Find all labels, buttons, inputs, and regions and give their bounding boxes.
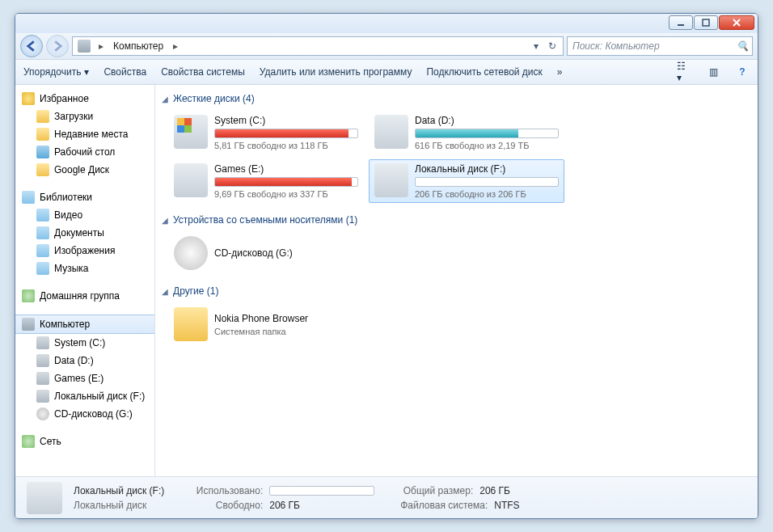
drive-icon	[36, 372, 49, 385]
maximize-button[interactable]	[694, 15, 718, 30]
folder-icon	[36, 110, 49, 123]
drive-icon	[36, 354, 49, 367]
drive-free: 9,69 ГБ свободно из 337 ГБ	[214, 189, 358, 199]
star-icon	[22, 92, 35, 105]
status-used-bar	[269, 486, 374, 496]
refresh-icon[interactable]: ↻	[545, 39, 560, 53]
drive-f[interactable]: Локальный диск (F:) 206 ГБ свободно из 2…	[369, 159, 564, 203]
view-options-icon[interactable]: ☷ ▾	[677, 65, 691, 79]
organize-menu[interactable]: Упорядочить ▾	[23, 66, 89, 78]
collapse-icon: ◢	[162, 95, 168, 103]
section-other[interactable]: ◢Другие (1)	[162, 285, 750, 297]
drive-d[interactable]: Data (D:) 616 ГБ свободно из 2,19 ТБ	[369, 111, 564, 154]
drive-free: 206 ГБ свободно из 206 ГБ	[415, 189, 559, 199]
sidebar-homegroup[interactable]: Домашняя группа	[15, 287, 154, 305]
sidebar-item-drive-e[interactable]: Games (E:)	[15, 369, 154, 387]
cd-icon	[36, 407, 49, 420]
minimize-button[interactable]	[669, 15, 693, 30]
network-icon	[22, 435, 35, 448]
sidebar-computer[interactable]: Компьютер	[15, 315, 154, 334]
homegroup-icon	[22, 289, 35, 302]
system-properties-button[interactable]: Свойства системы	[161, 66, 245, 78]
crumb-computer[interactable]: Компьютер	[108, 40, 168, 52]
library-icon	[22, 191, 35, 204]
drive-icon	[174, 115, 208, 149]
search-icon[interactable]: 🔍	[737, 40, 749, 52]
status-total-value: 206 ГБ	[479, 485, 510, 496]
status-total-label: Общий размер:	[400, 485, 473, 496]
pictures-icon	[36, 244, 49, 257]
address-dropdown-icon[interactable]: ▾	[529, 39, 543, 53]
drive-icon	[27, 482, 62, 514]
drive-free: 616 ГБ свободно из 2,19 ТБ	[415, 141, 559, 150]
status-title: Локальный диск (F:)	[74, 485, 164, 496]
drive-name: Локальный диск (F:)	[415, 163, 559, 175]
sidebar-item-documents[interactable]: Документы	[15, 224, 154, 242]
status-free-value: 206 ГБ	[269, 500, 300, 511]
sidebar-item-drive-f[interactable]: Локальный диск (F:)	[15, 387, 154, 405]
drive-c[interactable]: System (C:) 5,81 ГБ свободно из 118 ГБ	[168, 111, 364, 154]
drive-free: 5,81 ГБ свободно из 118 ГБ	[214, 141, 358, 150]
sidebar-libraries[interactable]: Библиотеки	[15, 188, 154, 206]
drive-name: System (C:)	[214, 115, 358, 126]
sidebar-network[interactable]: Сеть	[15, 433, 154, 450]
crumb-sep: ▸	[94, 40, 108, 52]
section-hdd[interactable]: ◢Жесткие диски (4)	[162, 93, 750, 104]
collapse-icon: ◢	[162, 216, 168, 225]
search-input[interactable]: Поиск: Компьютер 🔍	[567, 36, 753, 56]
address-bar[interactable]: ▸ Компьютер ▸ ▾ ↻	[72, 36, 564, 56]
sidebar-item-gdrive[interactable]: Google Диск	[15, 161, 154, 179]
chevron-down-icon: ▾	[84, 66, 89, 78]
folder-icon	[36, 163, 49, 176]
cd-icon	[174, 236, 208, 270]
folder-icon	[174, 307, 208, 341]
sidebar-item-downloads[interactable]: Загрузки	[15, 108, 154, 125]
crumb-sep: ▸	[168, 40, 183, 52]
drive-g[interactable]: CD-дисковод (G:)	[168, 232, 364, 274]
nav-row: ▸ Компьютер ▸ ▾ ↻ Поиск: Компьютер 🔍	[15, 33, 758, 59]
item-sub: Системная папка	[214, 327, 358, 336]
main-pane: ◢Жесткие диски (4) System (C:) 5,81 ГБ с…	[155, 85, 758, 476]
status-free-label: Свободно:	[190, 500, 263, 511]
back-button[interactable]	[20, 35, 43, 57]
help-icon[interactable]: ?	[735, 65, 750, 79]
uninstall-button[interactable]: Удалить или изменить программу	[260, 66, 412, 78]
usage-bar	[214, 129, 358, 138]
status-used-label: Использовано:	[190, 485, 263, 496]
documents-icon	[36, 226, 49, 239]
music-icon	[36, 262, 49, 275]
sidebar-item-drive-g[interactable]: CD-дисковод (G:)	[15, 405, 154, 423]
folder-icon	[36, 128, 49, 141]
sidebar-item-music[interactable]: Музыка	[15, 260, 154, 277]
close-button[interactable]	[719, 15, 754, 30]
section-removable[interactable]: ◢Устройства со съемными носителями (1)	[162, 214, 750, 226]
other-nokia[interactable]: Nokia Phone Browser Системная папка	[168, 303, 364, 345]
drive-icon	[374, 115, 408, 149]
sidebar-item-recent[interactable]: Недавние места	[15, 125, 154, 143]
preview-pane-icon[interactable]: ▥	[706, 65, 720, 79]
properties-button[interactable]: Свойства	[103, 66, 146, 78]
drive-name: CD-дисковод (G:)	[214, 247, 358, 259]
forward-button[interactable]	[46, 35, 69, 57]
computer-icon	[22, 318, 35, 331]
search-placeholder: Поиск: Компьютер	[572, 40, 660, 52]
usage-bar	[415, 129, 559, 138]
sidebar-item-pictures[interactable]: Изображения	[15, 242, 154, 260]
status-fs-label: Файловая система:	[400, 500, 488, 511]
desktop-icon	[36, 146, 49, 158]
map-drive-button[interactable]: Подключить сетевой диск	[426, 66, 542, 78]
drive-icon	[36, 336, 49, 349]
usage-bar	[214, 177, 358, 187]
sidebar-item-drive-d[interactable]: Data (D:)	[15, 352, 154, 369]
sidebar-favorites[interactable]: Избранное	[15, 90, 154, 108]
drive-e[interactable]: Games (E:) 9,69 ГБ свободно из 337 ГБ	[168, 159, 364, 203]
sidebar-item-desktop[interactable]: Рабочий стол	[15, 143, 154, 161]
svg-rect-1	[703, 19, 709, 26]
status-subtitle: Локальный диск	[74, 500, 146, 511]
explorer-window: ▸ Компьютер ▸ ▾ ↻ Поиск: Компьютер 🔍 Упо…	[15, 13, 758, 519]
drive-icon	[174, 163, 208, 197]
sidebar: Избранное Загрузки Недавние места Рабочи…	[15, 85, 155, 476]
sidebar-item-drive-c[interactable]: System (C:)	[15, 334, 154, 352]
toolbar-overflow[interactable]: »	[557, 66, 563, 78]
sidebar-item-video[interactable]: Видео	[15, 206, 154, 224]
